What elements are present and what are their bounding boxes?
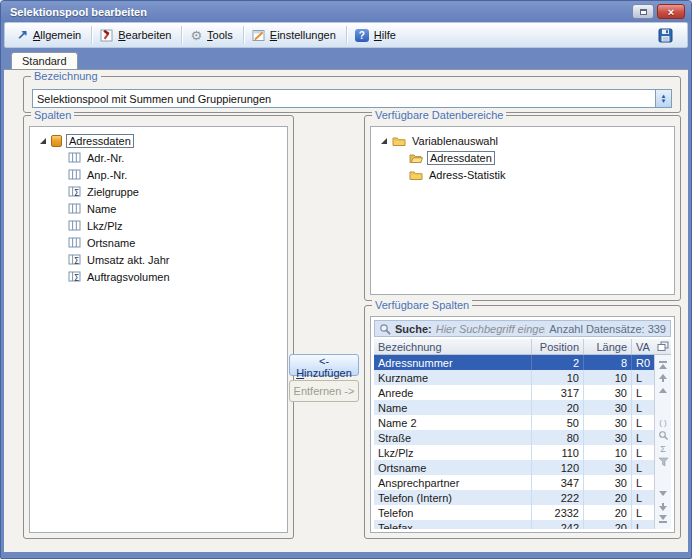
sum-icon: Σ: [660, 445, 666, 453]
search-small-icon: [658, 430, 669, 441]
search-icon: [379, 323, 391, 335]
datenbereiche-group: Verfügbare Datenbereiche Variablenauswah…: [364, 115, 681, 301]
small-up-icon[interactable]: [657, 384, 670, 397]
toolbar-tools[interactable]: ⚙Tools: [184, 27, 240, 44]
add-button[interactable]: <- Hinzufügen: [289, 354, 359, 376]
bezeichnung-group: Bezeichnung Selektionspool mit Summen un…: [23, 76, 681, 113]
tree-item[interactable]: Lkz/Plz: [36, 217, 287, 234]
titlebar[interactable]: Selektionspool bearbeiten ×: [1, 1, 691, 22]
search-nav-icon[interactable]: [657, 429, 670, 442]
folder-closed-icon: [392, 135, 406, 147]
content-panel: Bezeichnung Selektionspool mit Summen un…: [4, 69, 688, 552]
search-placeholder[interactable]: Hier Suchbegriff eingebe: [436, 323, 546, 335]
tree-item[interactable]: Ortsname: [36, 234, 287, 251]
close-button[interactable]: ×: [657, 4, 685, 19]
svg-text:Σ: Σ: [74, 257, 79, 266]
tree-item[interactable]: Variablenauswahl: [377, 132, 674, 149]
tabstrip: Standard: [4, 50, 688, 69]
table-row[interactable]: Kurzname1010L: [374, 370, 654, 385]
table-row[interactable]: Lkz/Plz11010L: [374, 445, 654, 460]
arrow-up-right-icon: ↗: [17, 29, 28, 41]
table-row[interactable]: Straße8030L: [374, 430, 654, 445]
spalten-group: Spalten AdressdatenAdr.-Nr.Anp.-Nr.ΣZiel…: [23, 115, 294, 539]
tree-item[interactable]: ΣAuftragsvolumen: [36, 268, 287, 285]
tree-item[interactable]: Adressdaten: [377, 149, 674, 166]
column-icon: [68, 151, 81, 164]
brackets-icon: ( ): [659, 419, 667, 427]
column-sum-icon: Σ: [68, 253, 81, 266]
toolbar-hilfe[interactable]: ?Hilfe: [349, 27, 404, 44]
column-icon: [68, 236, 81, 249]
column-sum-icon: Σ: [68, 270, 81, 283]
datenbereiche-group-label: Verfügbare Datenbereiche: [372, 109, 506, 121]
column-icon: [68, 168, 81, 181]
toolbar-allgemein[interactable]: ↗Allgemein: [11, 27, 89, 43]
column-header-3[interactable]: VA: [632, 339, 654, 354]
folder-open-icon: [409, 152, 423, 164]
bezeichnung-combobox[interactable]: Selektionspool mit Summen und Gruppierun…: [32, 89, 672, 108]
table-row[interactable]: Name2030L: [374, 400, 654, 415]
toolbar: ↗AllgemeinBearbeiten⚙ToolsEinstellungen?…: [4, 22, 688, 48]
toolbar-einstellungen[interactable]: Einstellungen: [246, 27, 344, 44]
goto-last-icon[interactable]: [657, 513, 670, 526]
table-row[interactable]: Name 25030L: [374, 415, 654, 430]
column-header-0[interactable]: Bezeichnung: [374, 339, 532, 354]
combo-spinner-icon[interactable]: ▲▼: [655, 90, 671, 107]
restore-button[interactable]: [632, 4, 654, 19]
expand-icon[interactable]: [40, 138, 46, 144]
data-cube-icon: [51, 135, 62, 147]
svg-text:Σ: Σ: [74, 274, 79, 283]
save-floppy-icon: [658, 28, 673, 43]
gears-icon: ⚙: [190, 29, 202, 42]
table-row[interactable]: Telefon (Intern)22220L: [374, 490, 654, 505]
save-button[interactable]: [652, 26, 681, 45]
search-bar[interactable]: Suche: Hier Suchbegriff eingebe Anzahl D…: [374, 320, 671, 337]
large-up-icon[interactable]: [657, 371, 670, 384]
sum-icon[interactable]: Σ: [657, 442, 670, 455]
table-header[interactable]: BezeichnungPositionLängeVA: [374, 339, 671, 355]
datenbereiche-tree[interactable]: VariablenauswahlAdressdatenAdress-Statis…: [370, 126, 675, 295]
tree-item[interactable]: Adress-Statistik: [377, 166, 674, 183]
filter-icon: [658, 457, 669, 467]
large-down-icon[interactable]: [657, 500, 670, 513]
brackets-icon[interactable]: ( ): [657, 416, 670, 429]
spalten-group-label: Spalten: [31, 109, 74, 121]
spalten-tree[interactable]: AdressdatenAdr.-Nr.Anp.-Nr.ΣZielgruppeNa…: [29, 126, 288, 533]
table-row[interactable]: Anrede31730L: [374, 385, 654, 400]
columns-table: BezeichnungPositionLängeVA Adressnummer2…: [374, 339, 671, 529]
verfuegbare-spalten-group-label: Verfügbare Spalten: [372, 299, 472, 311]
table-row[interactable]: Ortsname12030L: [374, 460, 654, 475]
expand-icon[interactable]: [381, 138, 387, 144]
window-title: Selektionspool bearbeiten: [1, 6, 147, 18]
tab-standard[interactable]: Standard: [11, 52, 78, 70]
tree-item[interactable]: Anp.-Nr.: [36, 166, 287, 183]
verfuegbare-spalten-group: Verfügbare Spalten Suche: Hier Suchbegri…: [364, 305, 681, 539]
tree-item[interactable]: Name: [36, 200, 287, 217]
restore-icon: [640, 9, 647, 15]
toolbar-bearbeiten[interactable]: Bearbeiten: [94, 27, 179, 44]
table-row[interactable]: Ansprechpartner34730L: [374, 475, 654, 490]
verfuegbare-spalten-panel: Suche: Hier Suchbegriff eingebe Anzahl D…: [370, 316, 675, 533]
bezeichnung-group-label: Bezeichnung: [31, 70, 101, 82]
column-chooser-button[interactable]: [654, 339, 671, 354]
tree-item[interactable]: ΣZielgruppe: [36, 183, 287, 200]
filter-icon[interactable]: [657, 455, 670, 468]
table-row[interactable]: Telefax24220L: [374, 520, 654, 529]
column-sum-icon: Σ: [68, 185, 81, 198]
tree-item[interactable]: Adr.-Nr.: [36, 149, 287, 166]
grid-nav-strip: ( )Σ: [654, 355, 671, 529]
bezeichnung-value: Selektionspool mit Summen und Gruppierun…: [33, 93, 655, 105]
table-row[interactable]: Telefon233220L: [374, 505, 654, 520]
column-header-2[interactable]: Länge: [584, 339, 632, 354]
goto-first-icon[interactable]: [657, 358, 670, 371]
edit-tool-icon: [100, 29, 113, 42]
help-icon: ?: [355, 29, 369, 42]
column-header-1[interactable]: Position: [532, 339, 584, 354]
table-row[interactable]: Adressnummer28R0: [374, 355, 654, 370]
tree-item[interactable]: ΣUmsatz akt. Jahr: [36, 251, 287, 268]
remove-button[interactable]: Entfernen ->: [289, 380, 359, 402]
tree-item[interactable]: Adressdaten: [36, 132, 287, 149]
small-down-icon[interactable]: [657, 487, 670, 500]
svg-text:Σ: Σ: [74, 189, 79, 198]
settings-window-icon: [252, 29, 265, 42]
